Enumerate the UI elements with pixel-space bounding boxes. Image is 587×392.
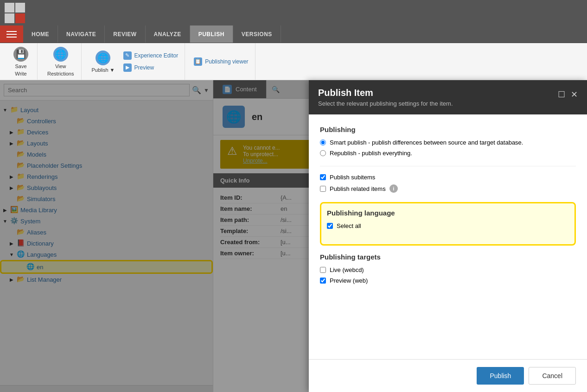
publish-icon: 🌐 (96, 51, 110, 65)
logo-cell-2 (15, 3, 25, 13)
modal-subtitle: Select the relevant publishing settings … (318, 100, 453, 107)
preview-web-label: Preview (web) (330, 277, 368, 284)
modal-overlay: Publish Item Select the relevant publish… (0, 80, 587, 392)
modal-close-icon[interactable]: ✕ (571, 89, 578, 100)
main-layout: 🔍 ▼ ▼ 📁 Layout 📂 Controllers ▶ 📁 Devices (0, 80, 587, 392)
nav-item-home[interactable]: HOME (23, 25, 58, 43)
select-all-option[interactable]: Select all (327, 222, 569, 229)
publish-button[interactable]: 🌐 Publish ▼ (89, 43, 117, 80)
experience-editor-icon: ✎ (123, 51, 132, 60)
preview-label: Preview (134, 64, 154, 71)
republish-option[interactable]: Republish - publish everything. (320, 150, 576, 157)
live-webcd-label: Live (webcd) (330, 266, 364, 273)
logo-cell-4 (15, 13, 25, 23)
logo-cell-1 (5, 3, 14, 13)
experience-editor-label: Experience Editor (134, 52, 179, 59)
publishing-section-title: Publishing (320, 126, 576, 133)
preview-web-checkbox[interactable] (320, 278, 326, 284)
top-bar (0, 0, 587, 25)
view-label: View (55, 63, 66, 69)
smart-publish-option[interactable]: Smart publish - publish differences betw… (320, 139, 576, 146)
live-webcd-option[interactable]: Live (webcd) (320, 266, 576, 273)
nav-item-versions[interactable]: VERSIONS (233, 25, 281, 43)
modal-footer: Publish Cancel (309, 359, 587, 392)
restrictions-label: Restrictions (47, 71, 74, 76)
publish-related-label: Publish related items (330, 185, 386, 192)
view-button[interactable]: 🌐 View Restrictions (45, 43, 77, 80)
modal-header-actions: ☐ ✕ (558, 89, 578, 100)
publishing-radio-group: Smart publish - publish differences betw… (320, 139, 576, 157)
view-icon: 🌐 (53, 47, 68, 62)
save-button[interactable]: 💾 Save Write (9, 43, 32, 80)
nav-item-review[interactable]: REVIEW (105, 25, 145, 43)
nav-bar: HOME NAVIGATE REVIEW ANALYZE PUBLISH VER… (0, 25, 587, 43)
publishing-language-title: Publishing language (327, 209, 569, 217)
select-all-label: Select all (337, 222, 361, 229)
modal-maximize-icon[interactable]: ☐ (558, 89, 565, 100)
ribbon-group-save: 💾 Save Write (5, 43, 38, 80)
app-logo[interactable] (5, 3, 25, 23)
select-all-checkbox[interactable] (327, 223, 333, 229)
logo-cell-3 (5, 13, 14, 23)
nav-item-publish[interactable]: PUBLISH (190, 25, 233, 43)
publishing-targets-title: Publishing targets (320, 253, 576, 261)
publishing-viewer-icon: 📋 (194, 57, 202, 66)
republish-radio[interactable] (320, 150, 326, 156)
modal-header: Publish Item Select the relevant publish… (309, 80, 587, 114)
preview-icon: ▶ (123, 63, 132, 72)
ribbon-group-publishing-viewer: 📋 Publishing viewer (187, 43, 255, 80)
experience-editor-button[interactable]: ✎ Experience Editor (121, 51, 180, 61)
preview-button[interactable]: ▶ Preview (121, 63, 180, 73)
ribbon: 💾 Save Write 🌐 View Restrictions 🌐 Publi… (0, 43, 587, 80)
divider-1 (320, 166, 576, 166)
smart-publish-radio[interactable] (320, 139, 326, 145)
publish-subitems-option[interactable]: Publish subitems (320, 174, 576, 181)
language-checkbox-group: Select all (327, 222, 569, 229)
nav-item-analyze[interactable]: ANALYZE (146, 25, 190, 43)
smart-publish-label: Smart publish - publish differences betw… (330, 139, 523, 146)
publish-label: Publish ▼ (91, 67, 115, 73)
nav-item-navigate[interactable]: NAVIGATE (58, 25, 105, 43)
publish-subitems-label: Publish subitems (330, 174, 375, 181)
publish-related-checkbox[interactable] (320, 186, 326, 192)
publish-item-modal: Publish Item Select the relevant publish… (309, 80, 587, 392)
write-label: Write (15, 71, 26, 76)
modal-body: Publishing Smart publish - publish diffe… (309, 114, 587, 359)
publishing-viewer-button[interactable]: 📋 Publishing viewer (192, 57, 250, 67)
preview-web-option[interactable]: Preview (web) (320, 277, 576, 284)
ribbon-group-view: 🌐 View Restrictions (40, 43, 82, 80)
publish-subitems-checkbox[interactable] (320, 174, 326, 180)
ribbon-side-buttons: ✎ Experience Editor ▶ Preview (121, 51, 180, 73)
ribbon-group-publish: 🌐 Publish ▼ ✎ Experience Editor ▶ Previe… (84, 43, 185, 80)
save-label: Save (15, 63, 26, 69)
modal-title: Publish Item (318, 88, 453, 98)
publishing-targets-group: Live (webcd) Preview (web) (320, 266, 576, 284)
publishing-language-section: Publishing language Select all (320, 202, 576, 246)
publish-confirm-button[interactable]: Publish (477, 367, 524, 385)
save-icon: 💾 (13, 47, 28, 62)
republish-label: Republish - publish everything. (330, 150, 412, 157)
hamburger-icon (6, 31, 17, 38)
publish-related-info-icon[interactable]: i (389, 184, 398, 193)
live-webcd-checkbox[interactable] (320, 267, 326, 273)
publish-options-group: Publish subitems Publish related items i (320, 174, 576, 193)
publishing-viewer-label: Publishing viewer (205, 58, 248, 65)
publish-related-option[interactable]: Publish related items i (320, 184, 576, 193)
hamburger-menu[interactable] (0, 25, 23, 43)
cancel-button[interactable]: Cancel (529, 367, 576, 385)
